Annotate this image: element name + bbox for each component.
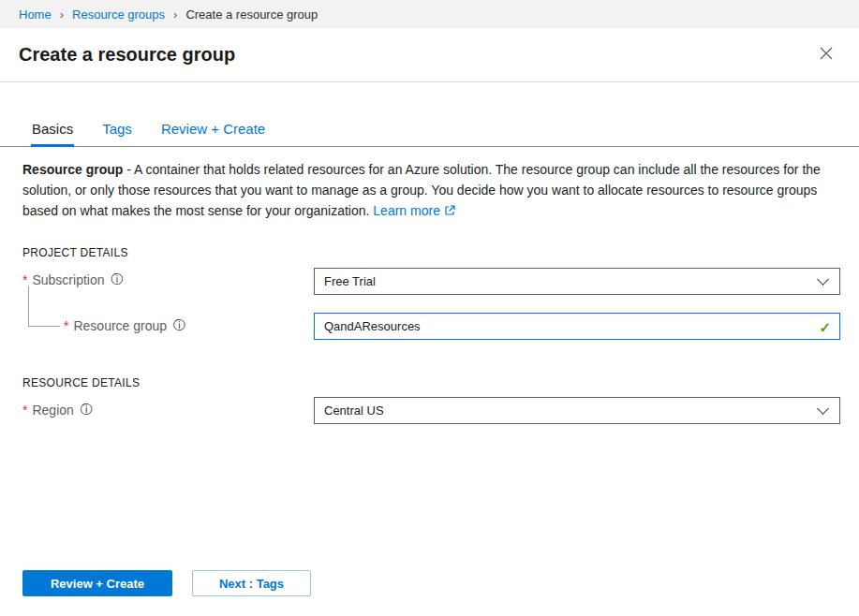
valid-check-icon: ✓: [819, 319, 831, 333]
chevron-down-icon: [817, 403, 829, 415]
breadcrumb-resource-groups[interactable]: Resource groups: [72, 7, 165, 22]
chevron-down-icon: [817, 273, 829, 286]
review-create-button[interactable]: Review + Create: [22, 570, 172, 596]
next-tags-button[interactable]: Next : Tags: [192, 570, 311, 596]
learn-more-label: Learn more: [373, 203, 440, 218]
region-label-text: Region: [32, 403, 73, 418]
required-marker: *: [22, 272, 27, 287]
resource-group-input[interactable]: [314, 313, 840, 340]
info-icon[interactable]: ⓘ: [173, 317, 185, 334]
resource-group-input-wrap: ✓: [314, 313, 840, 340]
tree-connector: [28, 286, 60, 327]
tab-tags[interactable]: Tags: [101, 121, 133, 146]
breadcrumb-separator-icon: ›: [60, 7, 64, 22]
breadcrumb-current-page: Create a resource group: [185, 7, 318, 22]
external-link-icon: [444, 201, 455, 222]
description-lead: Resource group: [22, 162, 123, 177]
subscription-selected-value: Free Trial: [324, 274, 376, 288]
close-icon: [820, 47, 833, 64]
subscription-label-text: Subscription: [32, 272, 104, 287]
breadcrumb-separator-icon: ›: [173, 7, 177, 22]
tab-bar: Basics Tags Review + Create: [0, 112, 859, 147]
tab-basics[interactable]: Basics: [31, 121, 74, 146]
resource-group-label: * Resource group ⓘ: [64, 317, 185, 334]
page-title: Create a resource group: [19, 44, 235, 66]
tab-review-create[interactable]: Review + Create: [160, 121, 266, 146]
region-selected-value: Central US: [324, 403, 384, 418]
learn-more-link[interactable]: Learn more: [373, 203, 455, 218]
footer-actions: Review + Create Next : Tags: [22, 570, 311, 596]
subscription-dropdown[interactable]: Free Trial: [314, 268, 840, 295]
resource-details-heading: RESOURCE DETAILS: [22, 376, 140, 389]
title-bar: Create a resource group: [0, 28, 859, 82]
required-marker: *: [22, 403, 27, 418]
info-icon[interactable]: ⓘ: [81, 402, 93, 418]
region-label: * Region ⓘ: [22, 402, 93, 418]
region-dropdown[interactable]: Central US: [314, 397, 840, 424]
resource-group-description: Resource group - A container that holds …: [22, 159, 836, 222]
close-button[interactable]: [812, 41, 840, 69]
resource-group-label-text: Resource group: [73, 318, 167, 333]
breadcrumb: Home › Resource groups › Create a resour…: [0, 0, 859, 28]
required-marker: *: [64, 318, 68, 333]
project-details-heading: PROJECT DETAILS: [22, 246, 128, 259]
breadcrumb-home[interactable]: Home: [19, 7, 52, 22]
info-icon[interactable]: ⓘ: [111, 271, 124, 288]
